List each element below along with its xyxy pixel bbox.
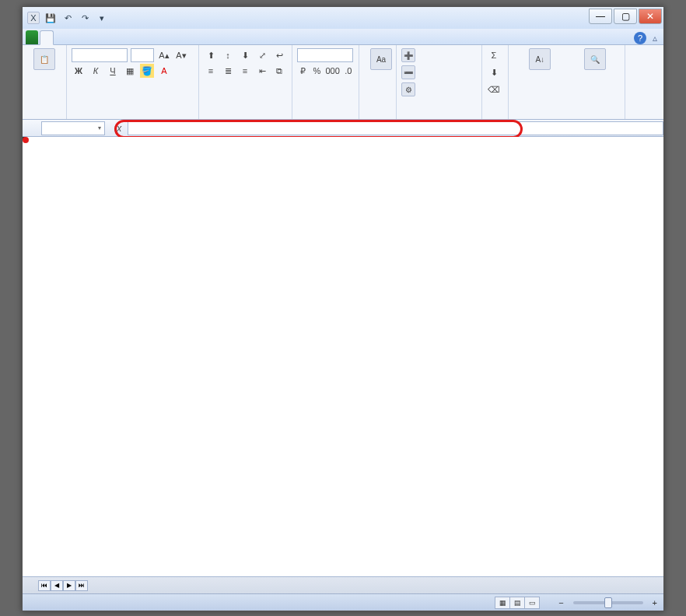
minimize-button[interactable]: — (589, 9, 612, 24)
zoom-out-button[interactable]: − (558, 598, 563, 607)
tab-layout[interactable] (66, 30, 79, 44)
delete-cells-icon: ➖ (401, 65, 415, 79)
excel-icon: X (27, 12, 40, 24)
group-clipboard: 📋 (23, 45, 67, 119)
align-right-icon[interactable]: ≡ (238, 64, 252, 78)
tab-home[interactable] (40, 30, 54, 45)
tab-developer[interactable] (128, 30, 141, 44)
format-cells-icon: ⚙ (401, 82, 415, 96)
paste-button[interactable]: 📋 (27, 48, 61, 72)
tab-formulas[interactable] (79, 30, 91, 44)
view-break-icon[interactable]: ▭ (524, 597, 540, 609)
align-top-icon[interactable]: ⬆ (204, 48, 218, 62)
ribbon-tabs: ? ▵ (23, 29, 663, 45)
group-sum: Σ ⬇ ⌫ (482, 45, 509, 119)
currency-icon[interactable]: ₽ (297, 64, 308, 78)
qat-dropdown-icon[interactable]: ▾ (96, 12, 108, 24)
styles-button[interactable]: Aa (364, 48, 398, 72)
quick-access-toolbar: X 💾 ↶ ↷ ▾ (23, 12, 108, 24)
ribbon: 📋 A▴ A▾ Ж К Ч ▦ 🪣 A (23, 45, 663, 120)
autosum-icon[interactable]: Σ (487, 48, 501, 62)
sort-icon: A↓ (529, 48, 551, 70)
titlebar: X 💾 ↶ ↷ ▾ — ▢ ✕ (23, 7, 663, 29)
formula-bar[interactable] (128, 121, 663, 135)
maximize-button[interactable]: ▢ (614, 9, 637, 24)
sheet-nav-first-icon[interactable]: ⏮ (38, 580, 51, 591)
inc-decimal-icon[interactable]: .0 (343, 64, 354, 78)
sheet-nav-last-icon[interactable]: ⏭ (75, 580, 88, 591)
align-middle-icon[interactable]: ↕ (221, 48, 235, 62)
undo-icon[interactable]: ↶ (61, 12, 74, 24)
font-color-button[interactable]: A (157, 64, 171, 78)
zoom-slider[interactable] (573, 601, 643, 604)
formula-highlight (114, 120, 523, 138)
tab-review[interactable] (103, 30, 116, 44)
tab-insert[interactable] (54, 30, 66, 44)
wrap-text-icon[interactable]: ↩ (272, 48, 286, 62)
align-bottom-icon[interactable]: ⬇ (238, 48, 252, 62)
group-number: ₽ % 000 .0 (292, 45, 359, 119)
align-center-icon[interactable]: ≣ (221, 64, 235, 78)
editing-label (513, 116, 620, 117)
align-left-icon[interactable]: ≡ (204, 64, 218, 78)
sheet-nav-prev-icon[interactable]: ◀ (51, 580, 63, 591)
sort-filter-button[interactable]: A↓ (513, 48, 566, 72)
orientation-icon[interactable]: ⤢ (255, 48, 269, 62)
comma-icon[interactable]: 000 (326, 64, 340, 78)
tab-foxit[interactable] (153, 30, 166, 44)
save-icon[interactable]: 💾 (44, 12, 57, 24)
number-label (297, 116, 354, 117)
result-highlight (23, 137, 29, 143)
merge-icon[interactable]: ⧉ (272, 64, 286, 78)
find-select-button[interactable]: 🔍 (569, 48, 620, 72)
number-format-input[interactable] (297, 48, 353, 62)
help-icon[interactable]: ? (634, 32, 646, 44)
shrink-font-icon[interactable]: A▾ (174, 48, 188, 62)
font-label (72, 116, 194, 117)
insert-cells-icon: ➕ (401, 48, 415, 62)
styles-icon: Aa (370, 48, 392, 70)
name-box[interactable] (41, 121, 105, 135)
group-editing: A↓ 🔍 (509, 45, 625, 119)
fill-down-icon[interactable]: ⬇ (487, 65, 501, 79)
cells-format-button[interactable]: ⚙ (401, 82, 477, 96)
window-buttons: — ▢ ✕ (589, 12, 663, 24)
status-bar: ▦ ▤ ▭ − + (23, 593, 663, 611)
grow-font-icon[interactable]: A▴ (157, 48, 171, 62)
fill-color-button[interactable]: 🪣 (140, 64, 154, 78)
fx-icon[interactable]: fx (108, 123, 128, 134)
excel-window: X 💾 ↶ ↷ ▾ — ▢ ✕ ? ▵ 📋 (22, 6, 664, 611)
tab-data[interactable] (91, 30, 103, 44)
indent-dec-icon[interactable]: ⇤ (255, 64, 269, 78)
borders-button[interactable]: ▦ (123, 64, 137, 78)
close-button[interactable]: ✕ (639, 9, 662, 24)
group-alignment: ⬆ ↕ ⬇ ⤢ ↩ ≡ ≣ ≡ ⇤ ⧉ (199, 45, 292, 119)
font-size-input[interactable] (131, 48, 154, 62)
tab-file[interactable] (26, 30, 38, 44)
paste-icon: 📋 (33, 48, 55, 70)
redo-icon[interactable]: ↷ (79, 12, 91, 24)
bold-button[interactable]: Ж (72, 64, 86, 78)
group-styles: Aa (359, 45, 397, 119)
font-name-input[interactable] (72, 48, 128, 62)
cells-insert-button[interactable]: ➕ (401, 48, 477, 62)
tab-addins[interactable] (141, 30, 153, 44)
clear-icon[interactable]: ⌫ (487, 82, 501, 96)
view-buttons: ▦ ▤ ▭ (495, 597, 540, 609)
selection-range (23, 137, 26, 140)
alignment-label (204, 116, 287, 117)
ribbon-toggle-icon[interactable]: ▵ (649, 33, 660, 44)
view-normal-icon[interactable]: ▦ (495, 597, 510, 609)
tab-abbyy[interactable] (166, 30, 178, 44)
zoom-in-button[interactable]: + (653, 598, 657, 607)
percent-icon[interactable]: % (311, 64, 322, 78)
italic-button[interactable]: К (89, 64, 103, 78)
underline-button[interactable]: Ч (106, 64, 120, 78)
formula-bar-row: fx (23, 120, 663, 137)
view-layout-icon[interactable]: ▤ (509, 597, 525, 609)
sheet-nav-next-icon[interactable]: ▶ (63, 580, 75, 591)
spreadsheet-grid[interactable] (23, 137, 663, 576)
cells-delete-button[interactable]: ➖ (401, 65, 477, 79)
group-cells: ➕ ➖ ⚙ (397, 45, 482, 119)
tab-view[interactable] (116, 30, 128, 44)
